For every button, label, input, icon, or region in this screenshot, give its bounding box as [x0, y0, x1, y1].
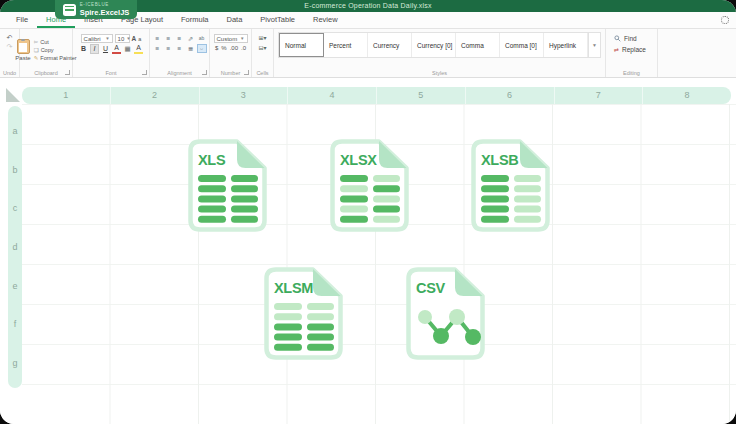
app-window: E-commerce Operation Data Daily.xlsx E-I… [0, 0, 736, 424]
style-percent[interactable]: Percent [324, 33, 368, 57]
tab-file[interactable]: File [7, 12, 37, 28]
row-header-c[interactable]: c [8, 189, 22, 228]
svg-text:XLS: XLS [198, 152, 226, 168]
column-header-3[interactable]: 3 [199, 87, 288, 104]
row-header-f[interactable]: f [8, 305, 22, 344]
chevron-down-icon: ▼ [105, 36, 109, 41]
number-dialog-launcher-icon[interactable] [244, 70, 249, 75]
row-header-a[interactable]: a [8, 112, 22, 151]
row-header-b[interactable]: b [8, 151, 22, 190]
column-header-7[interactable]: 7 [554, 87, 643, 104]
paste-label: Paste [15, 55, 30, 61]
style-currency-0[interactable]: Currency [0] [412, 33, 456, 57]
ribbon: ↶ ↷ Undo Paste ✂Cut ❏Copy ✎Format Painte… [0, 29, 736, 78]
grow-font-button[interactable]: A [132, 35, 137, 43]
orientation-button[interactable]: ⇗ [186, 34, 196, 43]
column-header-2[interactable]: 2 [110, 87, 199, 104]
font-family-select[interactable]: Calibri▼ [81, 34, 113, 43]
brush-icon: ✎ [34, 55, 39, 61]
number-format-select[interactable]: Custom▼ [214, 34, 248, 43]
brand-company: E-ICEBLUE [80, 3, 130, 8]
paste-button[interactable]: Paste [15, 39, 30, 61]
insert-cells-button[interactable]: ⊞▾ [258, 33, 266, 43]
tab-pivottable[interactable]: PivotTable [251, 12, 304, 28]
brand-text: E-ICEBLUE Spire.ExcelJS [80, 3, 130, 16]
scissors-icon: ✂ [34, 39, 39, 45]
select-all-corner[interactable] [6, 88, 20, 102]
delete-cells-button[interactable]: ⊟▾ [258, 43, 266, 53]
gallery-more-button[interactable]: ▼ [588, 33, 600, 57]
currency-format-button[interactable]: $ [215, 45, 218, 51]
clipboard-dialog-launcher-icon[interactable] [65, 70, 70, 75]
column-header-5[interactable]: 5 [376, 87, 465, 104]
font-dialog-launcher-icon[interactable] [142, 70, 147, 75]
chevron-down-icon: ▼ [126, 36, 130, 41]
format-painter-button[interactable]: ✎Format Painter [34, 55, 77, 61]
align-center-button[interactable]: ≡ [164, 34, 174, 43]
row-header-d[interactable]: d [8, 228, 22, 267]
bold-button[interactable]: B [79, 44, 88, 54]
find-button[interactable]: Find [614, 33, 637, 44]
borders-button[interactable]: ▦ [123, 44, 132, 54]
tab-data[interactable]: Data [218, 12, 252, 28]
search-icon [614, 35, 621, 42]
style-comma[interactable]: Comma [456, 33, 500, 57]
file-type-icon-csv[interactable]: CSV [405, 266, 486, 361]
file-type-icon-xlsm[interactable]: XLSM [263, 266, 344, 361]
styles-group-label: Styles [274, 70, 605, 76]
cell-styles-gallery: NormalPercentCurrencyCurrency [0]CommaCo… [278, 32, 601, 58]
replace-icon: ⇄ [614, 46, 619, 53]
copy-icon: ❏ [34, 47, 39, 53]
spreadsheet-logo-icon [63, 4, 76, 16]
cells-group-label: Cells [252, 70, 273, 76]
font-color-button[interactable]: A [112, 44, 121, 54]
column-header-4[interactable]: 4 [287, 87, 376, 104]
align-bottom-button[interactable]: ≡ [175, 44, 185, 53]
svg-text:XLSM: XLSM [274, 280, 313, 296]
style-cells: NormalPercentCurrencyCurrency [0]CommaCo… [279, 33, 588, 57]
redo-button[interactable]: ↷ [7, 42, 13, 51]
align-top-button[interactable]: ≡ [153, 44, 163, 53]
decrease-decimal-button[interactable]: .0 [241, 45, 246, 51]
column-header-8[interactable]: 8 [642, 87, 731, 104]
underline-button[interactable]: U [101, 44, 110, 54]
justify-button[interactable]: ≣ [186, 44, 196, 53]
style-comma-0[interactable]: Comma [0] [500, 33, 544, 57]
number-group: Custom▼ $ % .00 .0 Number [210, 29, 252, 77]
file-type-icon-xls[interactable]: XLS [187, 138, 268, 233]
alignment-dialog-launcher-icon[interactable] [202, 70, 207, 75]
font-size-select[interactable]: 10▼ [115, 34, 130, 43]
percent-format-button[interactable]: % [221, 45, 226, 51]
copy-button[interactable]: ❏Copy [34, 47, 77, 53]
row-header-g[interactable]: g [8, 343, 22, 382]
undo-button[interactable]: ↶ [7, 33, 13, 42]
row-header-e[interactable]: e [8, 266, 22, 305]
styles-group: NormalPercentCurrencyCurrency [0]CommaCo… [274, 29, 606, 77]
shrink-font-button[interactable]: a [138, 35, 141, 43]
align-right-button[interactable]: ≡ [175, 34, 185, 43]
column-header-6[interactable]: 6 [465, 87, 554, 104]
worksheet-area[interactable]: 12345678 abcdefg XLS XLSX XLSB XLSM CSV [0, 78, 736, 424]
paste-icon [17, 39, 30, 54]
tab-formula[interactable]: Formula [172, 12, 218, 28]
svg-text:XLSX: XLSX [340, 152, 377, 168]
style-currency[interactable]: Currency [368, 33, 412, 57]
align-left-button[interactable]: ≡ [153, 34, 163, 43]
file-type-icon-xlsb[interactable]: XLSB [470, 138, 551, 233]
style-normal[interactable]: Normal [279, 33, 324, 57]
wrap-text-button[interactable]: ab [197, 34, 207, 43]
editing-group: Find ⇄ Replace Editing [606, 29, 658, 77]
increase-decimal-button[interactable]: .00 [230, 45, 238, 51]
brand-plaque: E-ICEBLUE Spire.ExcelJS [55, 0, 137, 19]
column-header-1[interactable]: 1 [22, 87, 110, 104]
file-type-icon-xlsx[interactable]: XLSX [329, 138, 410, 233]
align-middle-button[interactable]: ≡ [164, 44, 174, 53]
settings-gear-icon[interactable] [721, 16, 729, 24]
italic-button[interactable]: I [90, 44, 99, 54]
merge-center-button[interactable]: ⇔ [197, 44, 207, 53]
style-hyperlink[interactable]: Hyperlink [544, 33, 588, 57]
tab-review[interactable]: Review [304, 12, 347, 28]
highlight-color-button[interactable]: A [134, 44, 143, 54]
cut-button[interactable]: ✂Cut [34, 39, 77, 45]
replace-button[interactable]: ⇄ Replace [614, 44, 646, 55]
